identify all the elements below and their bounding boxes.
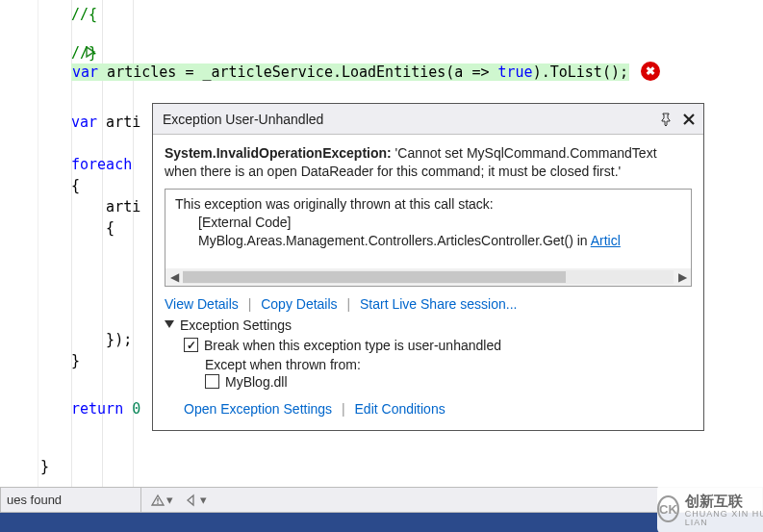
exception-settings-section: Exception Settings ✓ Break when this exc… [165, 317, 692, 418]
close-icon[interactable] [680, 111, 698, 128]
exception-error-icon[interactable] [641, 62, 660, 81]
nav-back-icon[interactable]: ▾ [185, 493, 207, 507]
popup-header[interactable]: Exception User-Unhandled [153, 104, 703, 135]
stack-source-link[interactable]: Articl [591, 233, 621, 248]
open-exception-settings-link[interactable]: Open Exception Settings [184, 401, 332, 417]
scroll-left-icon[interactable]: ◀ [165, 270, 183, 284]
collapse-triangle-icon[interactable] [165, 320, 174, 330]
pin-icon[interactable] [657, 111, 674, 128]
except-when-label: Except when thrown from: [205, 357, 692, 372]
svg-marker-1 [165, 320, 174, 328]
warning-dropdown[interactable]: ▾ [151, 493, 173, 507]
svg-marker-4 [188, 495, 193, 505]
popup-body: System.InvalidOperationException: 'Canno… [153, 135, 703, 430]
code-line[interactable]: } [38, 456, 763, 477]
horizontal-scrollbar[interactable]: ◀ ▶ [165, 268, 691, 286]
popup-title: Exception User-Unhandled [163, 112, 651, 127]
status-left-panel[interactable]: ues found [1, 488, 141, 512]
scrollbar-thumb[interactable] [183, 271, 566, 283]
exception-popup: Exception User-Unhandled System.InvalidO… [152, 103, 704, 431]
call-stack-box: This exception was originally thrown at … [165, 189, 692, 287]
root: //{ //} var articles = _articleService.L… [0, 0, 763, 532]
except-dll-checkbox[interactable]: MyBlog.dll [205, 374, 288, 390]
svg-rect-3 [157, 502, 158, 503]
copy-details-link[interactable]: Copy Details [261, 296, 337, 312]
editor-gutter [0, 0, 38, 532]
code-line[interactable]: //} [38, 42, 763, 63]
view-details-link[interactable]: View Details [165, 296, 239, 312]
bottom-debug-bar [0, 513, 763, 532]
start-live-share-link[interactable]: Start Live Share session... [360, 296, 517, 312]
edit-conditions-link[interactable]: Edit Conditions [355, 401, 445, 417]
exception-settings-header[interactable]: Exception Settings [165, 317, 692, 333]
status-bar: ues found ▾ ▾ [0, 487, 763, 513]
scroll-right-icon[interactable]: ▶ [674, 270, 691, 284]
exception-message: System.InvalidOperationException: 'Canno… [165, 144, 692, 181]
break-when-unhandled-checkbox[interactable]: ✓ Break when this exception type is user… [184, 338, 501, 353]
exception-links: View Details | Copy Details | Start Live… [165, 296, 692, 312]
svg-rect-2 [157, 498, 158, 502]
call-stack-text[interactable]: This exception was originally thrown at … [165, 191, 691, 268]
code-line[interactable]: //{ [38, 4, 763, 25]
